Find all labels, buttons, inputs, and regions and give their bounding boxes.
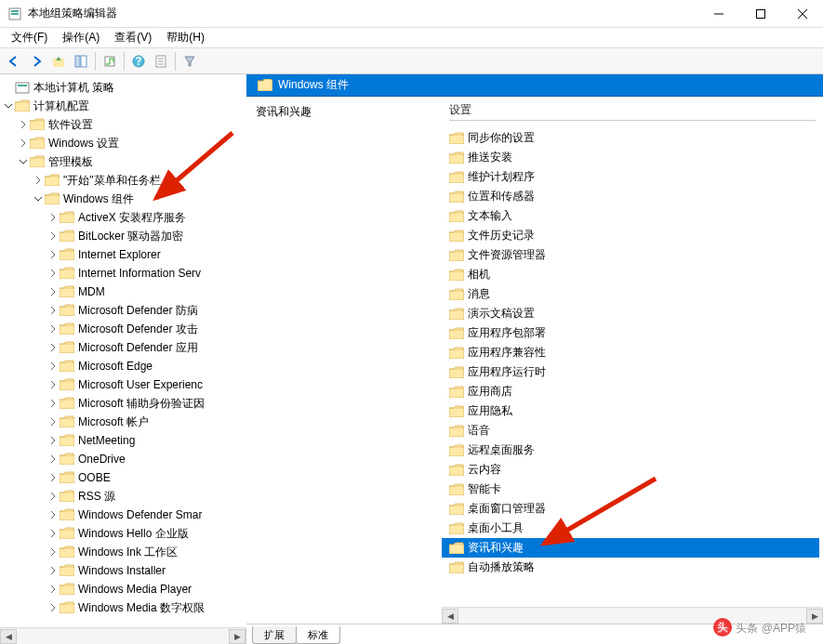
tree-caret-icon[interactable] xyxy=(46,285,60,298)
setting-item[interactable]: 文本输入 xyxy=(442,206,819,226)
tab-standard[interactable]: 标准 xyxy=(296,626,340,644)
tree-caret-icon[interactable] xyxy=(46,378,60,391)
tree-caret-icon[interactable] xyxy=(46,564,60,577)
tree-caret-icon[interactable] xyxy=(46,415,60,428)
setting-item[interactable]: 消息 xyxy=(442,284,819,304)
tree-component-19[interactable]: Windows Installer xyxy=(2,561,245,580)
setting-item[interactable]: 应用隐私 xyxy=(442,401,819,421)
setting-item[interactable]: 同步你的设置 xyxy=(442,128,819,148)
setting-item[interactable]: 推送安装 xyxy=(442,148,819,167)
tree-component-15[interactable]: RSS 源 xyxy=(2,487,245,506)
tree-windows-components[interactable]: Windows 组件 xyxy=(2,190,245,208)
setting-item[interactable]: 智能卡 xyxy=(442,480,819,499)
setting-item[interactable]: 应用程序包部署 xyxy=(442,323,819,343)
tree-component-9[interactable]: Microsoft User Experienc xyxy=(2,375,245,394)
tree-caret-icon[interactable] xyxy=(46,304,60,317)
maximize-button[interactable] xyxy=(739,0,781,28)
tree-computer-config[interactable]: 计算机配置 xyxy=(2,97,245,115)
filter-icon[interactable] xyxy=(179,51,200,72)
tree-component-17[interactable]: Windows Hello 企业版 xyxy=(2,524,245,543)
setting-item[interactable]: 文件历史记录 xyxy=(442,226,819,245)
up-icon[interactable] xyxy=(48,51,69,72)
tree-component-3[interactable]: Internet Information Serv xyxy=(2,264,245,283)
setting-item[interactable]: 相机 xyxy=(442,265,819,284)
minimize-button[interactable] xyxy=(697,0,739,28)
scroll-left-button[interactable]: ◀ xyxy=(0,629,17,644)
setting-item[interactable]: 远程桌面服务 xyxy=(442,440,819,460)
setting-item[interactable]: 演示文稿设置 xyxy=(442,304,819,323)
left-horizontal-scrollbar[interactable]: ◀ ▶ xyxy=(0,627,246,644)
tree-component-4[interactable]: MDM xyxy=(2,283,245,301)
tree-component-11[interactable]: Microsoft 帐户 xyxy=(2,413,245,431)
setting-item[interactable]: 维护计划程序 xyxy=(442,167,819,187)
tree-component-6[interactable]: Microsoft Defender 攻击 xyxy=(2,320,245,338)
setting-item[interactable]: 资讯和兴趣 xyxy=(442,538,819,558)
tree-root[interactable]: 本地计算机 策略 xyxy=(2,78,245,97)
tree-caret-icon[interactable] xyxy=(46,341,60,354)
tree-admin-templates[interactable]: 管理模板 xyxy=(2,152,245,171)
tree-view[interactable]: 本地计算机 策略 计算机配置 软件设置 Windows 设置 管理模板 "开始"… xyxy=(0,74,246,627)
tree-caret-icon[interactable] xyxy=(46,211,60,224)
setting-item[interactable]: 位置和传感器 xyxy=(442,187,819,206)
tree-caret-icon[interactable] xyxy=(46,545,60,559)
tree-windows-settings[interactable]: Windows 设置 xyxy=(2,134,245,152)
tree-component-10[interactable]: Microsoft 辅助身份验证因 xyxy=(2,394,245,413)
tree-component-12[interactable]: NetMeeting xyxy=(2,431,245,450)
close-button[interactable] xyxy=(781,0,823,28)
menu-help[interactable]: 帮助(H) xyxy=(159,28,212,47)
tree-caret-icon[interactable] xyxy=(2,99,15,112)
tree-caret-icon[interactable] xyxy=(46,583,60,596)
tree-component-7[interactable]: Microsoft Defender 应用 xyxy=(2,338,245,357)
setting-item[interactable]: 应用程序运行时 xyxy=(442,362,819,382)
tree-caret-icon[interactable] xyxy=(46,490,60,503)
back-icon[interactable] xyxy=(4,51,24,72)
tree-caret-icon[interactable] xyxy=(46,248,60,261)
tree-caret-icon[interactable] xyxy=(17,155,30,168)
tree-component-21[interactable]: Windows Media 数字权限 xyxy=(2,598,245,617)
scroll-right-button[interactable]: ▶ xyxy=(229,629,246,644)
tree-caret-icon[interactable] xyxy=(46,508,60,521)
settings-column-header[interactable]: 设置 xyxy=(449,100,816,121)
tree-component-5[interactable]: Microsoft Defender 防病 xyxy=(2,301,245,320)
tree-component-20[interactable]: Windows Media Player xyxy=(2,580,245,598)
setting-item[interactable]: 应用程序兼容性 xyxy=(442,343,819,362)
tree-component-8[interactable]: Microsoft Edge xyxy=(2,357,245,375)
setting-item[interactable]: 桌面窗口管理器 xyxy=(442,499,819,519)
tree-caret-icon[interactable] xyxy=(46,360,60,373)
tree-caret-icon[interactable] xyxy=(46,322,60,335)
tree-caret-icon[interactable] xyxy=(46,434,60,447)
setting-item[interactable]: 文件资源管理器 xyxy=(442,245,819,265)
menu-action[interactable]: 操作(A) xyxy=(55,28,107,47)
tree-caret-icon[interactable] xyxy=(46,397,60,410)
tree-caret-icon[interactable] xyxy=(17,118,30,131)
tree-caret-icon[interactable] xyxy=(32,192,45,205)
show-hide-icon[interactable] xyxy=(71,51,91,72)
tree-caret-icon[interactable] xyxy=(32,174,45,187)
tree-component-14[interactable]: OOBE xyxy=(2,468,245,487)
forward-icon[interactable] xyxy=(26,51,46,72)
setting-item[interactable]: 自动播放策略 xyxy=(442,558,819,577)
tree-caret-icon[interactable] xyxy=(46,453,60,466)
tree-caret-icon[interactable] xyxy=(46,230,60,243)
scroll-left-button[interactable]: ◀ xyxy=(442,609,458,624)
settings-list[interactable]: 同步你的设置 推送安装 维护计划程序 位置和传感器 文本输入 文件历史记录 文件… xyxy=(442,128,823,577)
tree-component-0[interactable]: ActiveX 安装程序服务 xyxy=(2,208,245,227)
setting-item[interactable]: 云内容 xyxy=(442,460,819,480)
setting-item[interactable]: 桌面小工具 xyxy=(442,519,819,538)
tree-software-settings[interactable]: 软件设置 xyxy=(2,115,245,134)
tree-component-16[interactable]: Windows Defender Smar xyxy=(2,506,245,524)
menu-view[interactable]: 查看(V) xyxy=(107,28,159,47)
tree-caret-icon[interactable] xyxy=(46,527,60,540)
tree-caret-icon[interactable] xyxy=(46,471,60,484)
scroll-track[interactable] xyxy=(17,629,229,644)
setting-item[interactable]: 应用商店 xyxy=(442,382,819,401)
scroll-right-button[interactable]: ▶ xyxy=(806,609,823,624)
tree-caret-icon[interactable] xyxy=(46,267,60,280)
tree-component-2[interactable]: Internet Explorer xyxy=(2,245,245,264)
help-icon[interactable]: ? xyxy=(128,51,149,72)
setting-item[interactable]: 语音 xyxy=(442,421,819,440)
tree-caret-icon[interactable] xyxy=(17,137,30,150)
tree-component-18[interactable]: Windows Ink 工作区 xyxy=(2,543,245,561)
export-icon[interactable] xyxy=(100,51,120,72)
tree-caret-icon[interactable] xyxy=(46,601,60,614)
